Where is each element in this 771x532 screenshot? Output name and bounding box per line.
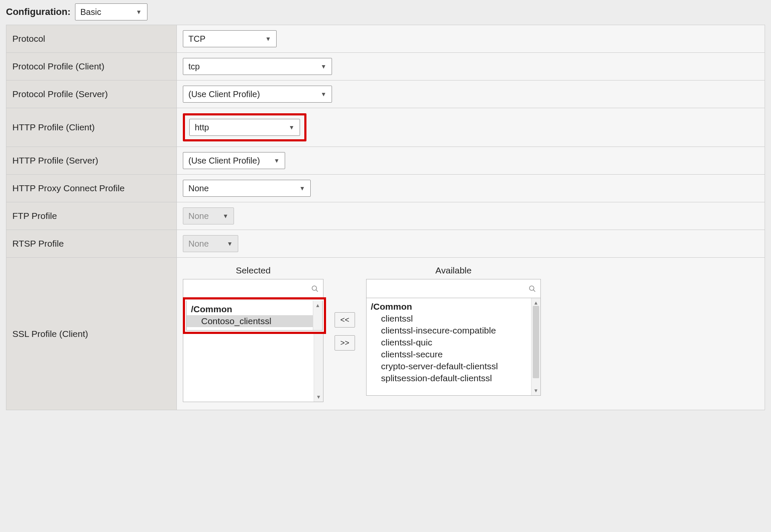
table-row: Protocol Profile (Client) tcp ▼ [6,53,765,81]
ssl-selected-search[interactable] [183,279,323,298]
http-profile-client-highlight: http ▼ [183,113,306,141]
ssl-available-column: Available /Common clientssl clientssl-in… [366,265,541,396]
ssl-selected-highlight: /Common Contoso_clientssl ▲ [183,297,326,334]
configuration-value: Basic [81,7,101,17]
protocol-select[interactable]: TCP ▼ [183,30,277,47]
svg-line-1 [316,290,318,292]
svg-point-0 [312,286,317,290]
ssl-selected-list-top[interactable]: /Common Contoso_clientssl ▲ [186,301,323,331]
ssl-selected-group: /Common [187,303,313,315]
ssl-dual-list: Selected /Common Contoso_clientssl [183,265,759,402]
ssl-selected-header: Selected [236,265,271,276]
rtsp-profile-label: RTSP Profile [6,230,177,258]
chevron-down-icon: ▼ [289,124,295,131]
ftp-profile-label: FTP Profile [6,202,177,230]
table-row: FTP Profile None ▼ [6,202,765,230]
http-proxy-connect-select[interactable]: None ▼ [183,180,311,197]
search-icon [528,285,536,293]
list-item[interactable]: clientssl [367,313,531,325]
protocol-profile-server-label: Protocol Profile (Server) [6,81,177,108]
protocol-label: Protocol [6,25,177,53]
configuration-row: Configuration: Basic ▼ [6,3,765,20]
list-item[interactable]: clientssl-insecure-compatible [367,325,531,336]
chevron-down-icon: ▼ [321,63,326,70]
ssl-available-header: Available [436,265,472,276]
table-row: HTTP Profile (Client) http ▼ [6,108,765,147]
scrollbar[interactable]: ▲ ▼ [531,298,540,395]
ftp-profile-select: None ▼ [183,207,234,224]
chevron-down-icon: ▼ [136,9,142,15]
list-item[interactable]: splitsession-default-clientssl [367,372,531,384]
http-profile-server-select[interactable]: (Use Client Profile) ▼ [183,152,285,169]
svg-point-2 [529,286,534,290]
settings-table: Protocol TCP ▼ Protocol Profile (Client)… [6,25,765,410]
search-icon [311,285,319,293]
scrollbar[interactable]: ▲ [313,301,322,330]
scroll-down-icon: ▼ [316,394,321,400]
chevron-down-icon: ▼ [265,35,271,42]
http-profile-client-select[interactable]: http ▼ [189,119,300,136]
list-item[interactable]: clientssl-quic [367,336,531,348]
configuration-select[interactable]: Basic ▼ [75,3,147,20]
move-left-button[interactable]: << [335,312,355,328]
chevron-down-icon: ▼ [299,185,305,192]
rtsp-profile-select: None ▼ [183,235,238,252]
ssl-available-list[interactable]: /Common clientssl clientssl-insecure-com… [366,298,541,396]
table-row: HTTP Profile (Server) (Use Client Profil… [6,147,765,175]
protocol-profile-client-label: Protocol Profile (Client) [6,53,177,81]
move-right-button[interactable]: >> [335,335,355,351]
http-proxy-connect-label: HTTP Proxy Connect Profile [6,175,177,202]
http-profile-server-label: HTTP Profile (Server) [6,147,177,175]
list-item[interactable]: Contoso_clientssl [187,315,313,327]
table-row: SSL Profile (Client) Selected [6,258,765,410]
ssl-available-group: /Common [367,301,531,313]
table-row: HTTP Proxy Connect Profile None ▼ [6,175,765,202]
list-item[interactable]: crypto-server-default-clientssl [367,360,531,372]
chevron-down-icon: ▼ [227,240,233,247]
protocol-profile-server-select[interactable]: (Use Client Profile) ▼ [183,86,332,103]
ssl-available-search[interactable] [366,279,541,298]
table-row: Protocol Profile (Server) (Use Client Pr… [6,81,765,108]
scroll-up-icon: ▲ [315,302,321,308]
table-row: Protocol TCP ▼ [6,25,765,53]
ssl-selected-column: Selected /Common Contoso_clientssl [183,265,323,402]
list-item[interactable]: clientssl-secure [367,348,531,360]
ssl-mover-column: << >> [335,265,355,351]
ssl-profile-client-label: SSL Profile (Client) [6,258,177,410]
configuration-label: Configuration: [6,6,71,17]
scrollbar[interactable]: ▼ [314,334,323,402]
protocol-profile-client-select[interactable]: tcp ▼ [183,58,332,75]
svg-line-3 [533,290,535,292]
chevron-down-icon: ▼ [222,213,228,219]
scroll-down-icon: ▼ [534,388,539,394]
chevron-down-icon: ▼ [274,157,280,164]
http-profile-client-label: HTTP Profile (Client) [6,108,177,147]
table-row: RTSP Profile None ▼ [6,230,765,258]
chevron-down-icon: ▼ [321,91,326,98]
scroll-up-icon: ▲ [534,300,539,306]
ssl-selected-list-bottom[interactable]: ▼ [183,334,323,402]
scroll-thumb[interactable] [533,306,539,378]
